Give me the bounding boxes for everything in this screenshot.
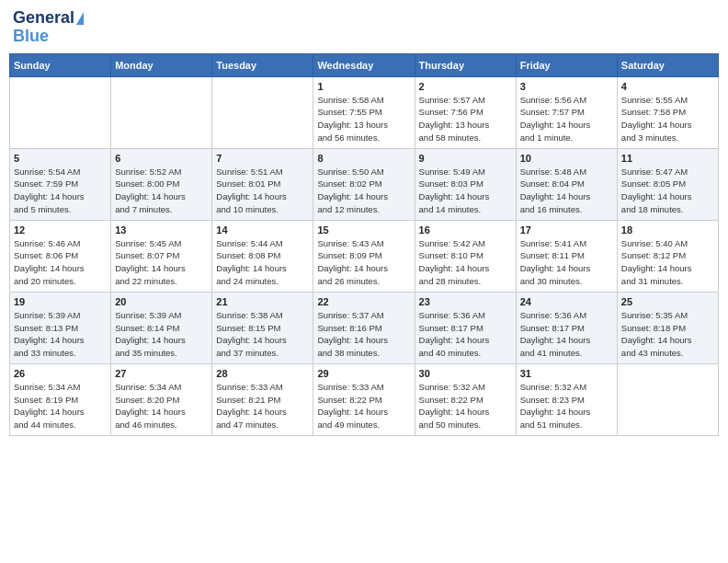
calendar-week-row: 1Sunrise: 5:58 AM Sunset: 7:55 PM Daylig… <box>10 76 719 148</box>
calendar-cell: 19Sunrise: 5:39 AM Sunset: 8:13 PM Dayli… <box>10 292 111 363</box>
calendar-week-row: 5Sunrise: 5:54 AM Sunset: 7:59 PM Daylig… <box>10 148 719 220</box>
day-info: Sunrise: 5:39 AM Sunset: 8:13 PM Dayligh… <box>14 309 107 360</box>
calendar-cell: 26Sunrise: 5:34 AM Sunset: 8:19 PM Dayli… <box>10 363 111 435</box>
logo-icon <box>76 12 84 25</box>
day-number: 28 <box>216 368 309 379</box>
day-info: Sunrise: 5:54 AM Sunset: 7:59 PM Dayligh… <box>14 166 107 216</box>
day-info: Sunrise: 5:55 AM Sunset: 7:58 PM Dayligh… <box>621 94 714 144</box>
calendar-cell: 10Sunrise: 5:48 AM Sunset: 8:04 PM Dayli… <box>516 148 617 220</box>
calendar-cell: 29Sunrise: 5:33 AM Sunset: 8:22 PM Dayli… <box>313 363 415 435</box>
day-info: Sunrise: 5:41 AM Sunset: 8:11 PM Dayligh… <box>520 237 613 288</box>
calendar-header-tuesday: Tuesday <box>212 53 313 76</box>
calendar-cell: 17Sunrise: 5:41 AM Sunset: 8:11 PM Dayli… <box>516 220 617 292</box>
day-number: 31 <box>520 368 613 379</box>
day-number: 6 <box>115 153 208 164</box>
calendar-week-row: 12Sunrise: 5:46 AM Sunset: 8:06 PM Dayli… <box>10 220 719 292</box>
day-info: Sunrise: 5:58 AM Sunset: 7:55 PM Dayligh… <box>317 94 410 144</box>
day-info: Sunrise: 5:35 AM Sunset: 8:18 PM Dayligh… <box>621 309 714 360</box>
day-number: 2 <box>419 81 512 92</box>
day-number: 23 <box>419 296 512 307</box>
day-info: Sunrise: 5:57 AM Sunset: 7:56 PM Dayligh… <box>419 94 512 144</box>
calendar-cell: 24Sunrise: 5:36 AM Sunset: 8:17 PM Dayli… <box>516 292 617 363</box>
day-number: 25 <box>621 296 714 307</box>
calendar-header-friday: Friday <box>516 53 617 76</box>
calendar-cell: 7Sunrise: 5:51 AM Sunset: 8:01 PM Daylig… <box>212 148 313 220</box>
day-number: 10 <box>520 153 613 164</box>
calendar-cell: 6Sunrise: 5:52 AM Sunset: 8:00 PM Daylig… <box>111 148 212 220</box>
day-number: 29 <box>317 368 410 379</box>
calendar-week-row: 26Sunrise: 5:34 AM Sunset: 8:19 PM Dayli… <box>10 363 719 435</box>
day-info: Sunrise: 5:36 AM Sunset: 8:17 PM Dayligh… <box>520 309 613 360</box>
day-number: 26 <box>14 368 107 379</box>
day-number: 3 <box>520 81 613 92</box>
day-number: 19 <box>14 296 107 307</box>
day-number: 13 <box>115 224 208 236</box>
day-number: 9 <box>419 153 512 164</box>
calendar-cell: 18Sunrise: 5:40 AM Sunset: 8:12 PM Dayli… <box>617 220 718 292</box>
day-number: 17 <box>520 224 613 236</box>
day-number: 15 <box>317 224 410 236</box>
calendar-cell: 28Sunrise: 5:33 AM Sunset: 8:21 PM Dayli… <box>212 363 313 435</box>
day-number: 30 <box>419 368 512 379</box>
day-number: 18 <box>621 224 714 236</box>
day-number: 1 <box>317 81 410 92</box>
day-info: Sunrise: 5:33 AM Sunset: 8:22 PM Dayligh… <box>317 381 410 431</box>
day-number: 16 <box>419 224 512 236</box>
day-info: Sunrise: 5:51 AM Sunset: 8:01 PM Dayligh… <box>216 166 309 216</box>
calendar-cell: 2Sunrise: 5:57 AM Sunset: 7:56 PM Daylig… <box>415 76 516 148</box>
day-info: Sunrise: 5:48 AM Sunset: 8:04 PM Dayligh… <box>520 166 613 216</box>
day-info: Sunrise: 5:34 AM Sunset: 8:20 PM Dayligh… <box>115 381 208 431</box>
calendar-header-monday: Monday <box>111 53 212 76</box>
calendar-header-thursday: Thursday <box>415 53 516 76</box>
calendar-cell <box>617 363 718 435</box>
calendar-cell: 23Sunrise: 5:36 AM Sunset: 8:17 PM Dayli… <box>415 292 516 363</box>
day-info: Sunrise: 5:32 AM Sunset: 8:23 PM Dayligh… <box>520 381 613 431</box>
calendar-cell <box>10 76 111 148</box>
day-number: 14 <box>216 224 309 236</box>
day-number: 22 <box>317 296 410 307</box>
calendar-cell: 31Sunrise: 5:32 AM Sunset: 8:23 PM Dayli… <box>516 363 617 435</box>
day-info: Sunrise: 5:32 AM Sunset: 8:22 PM Dayligh… <box>419 381 512 431</box>
day-info: Sunrise: 5:52 AM Sunset: 8:00 PM Dayligh… <box>115 166 208 216</box>
day-info: Sunrise: 5:34 AM Sunset: 8:19 PM Dayligh… <box>14 381 107 431</box>
calendar-cell: 11Sunrise: 5:47 AM Sunset: 8:05 PM Dayli… <box>617 148 718 220</box>
day-info: Sunrise: 5:43 AM Sunset: 8:09 PM Dayligh… <box>317 237 410 288</box>
calendar-header-saturday: Saturday <box>617 53 718 76</box>
day-info: Sunrise: 5:46 AM Sunset: 8:06 PM Dayligh… <box>14 237 107 288</box>
logo-text-general: General <box>13 9 74 28</box>
day-info: Sunrise: 5:40 AM Sunset: 8:12 PM Dayligh… <box>621 237 714 288</box>
day-info: Sunrise: 5:49 AM Sunset: 8:03 PM Dayligh… <box>419 166 512 216</box>
day-info: Sunrise: 5:39 AM Sunset: 8:14 PM Dayligh… <box>115 309 208 360</box>
calendar-cell: 8Sunrise: 5:50 AM Sunset: 8:02 PM Daylig… <box>313 148 415 220</box>
calendar-cell: 27Sunrise: 5:34 AM Sunset: 8:20 PM Dayli… <box>111 363 212 435</box>
day-number: 8 <box>317 153 410 164</box>
calendar-cell: 1Sunrise: 5:58 AM Sunset: 7:55 PM Daylig… <box>313 76 415 148</box>
calendar-cell: 21Sunrise: 5:38 AM Sunset: 8:15 PM Dayli… <box>212 292 313 363</box>
day-info: Sunrise: 5:47 AM Sunset: 8:05 PM Dayligh… <box>621 166 714 216</box>
day-number: 27 <box>115 368 208 379</box>
calendar-cell <box>111 76 212 148</box>
calendar-cell: 5Sunrise: 5:54 AM Sunset: 7:59 PM Daylig… <box>10 148 111 220</box>
logo: General Blue <box>13 9 84 46</box>
calendar-cell: 16Sunrise: 5:42 AM Sunset: 8:10 PM Dayli… <box>415 220 516 292</box>
day-number: 24 <box>520 296 613 307</box>
calendar-cell <box>212 76 313 148</box>
calendar-cell: 20Sunrise: 5:39 AM Sunset: 8:14 PM Dayli… <box>111 292 212 363</box>
calendar-cell: 30Sunrise: 5:32 AM Sunset: 8:22 PM Dayli… <box>415 363 516 435</box>
calendar-cell: 22Sunrise: 5:37 AM Sunset: 8:16 PM Dayli… <box>313 292 415 363</box>
calendar-cell: 4Sunrise: 5:55 AM Sunset: 7:58 PM Daylig… <box>617 76 718 148</box>
calendar-header-sunday: Sunday <box>10 53 111 76</box>
day-number: 20 <box>115 296 208 307</box>
calendar-cell: 13Sunrise: 5:45 AM Sunset: 8:07 PM Dayli… <box>111 220 212 292</box>
logo-text-blue: Blue <box>13 28 49 46</box>
day-number: 5 <box>14 153 107 164</box>
calendar-cell: 3Sunrise: 5:56 AM Sunset: 7:57 PM Daylig… <box>516 76 617 148</box>
day-number: 21 <box>216 296 309 307</box>
day-info: Sunrise: 5:56 AM Sunset: 7:57 PM Dayligh… <box>520 94 613 144</box>
calendar-header-row: SundayMondayTuesdayWednesdayThursdayFrid… <box>10 53 719 76</box>
calendar-header-wednesday: Wednesday <box>313 53 415 76</box>
day-info: Sunrise: 5:50 AM Sunset: 8:02 PM Dayligh… <box>317 166 410 216</box>
calendar-cell: 15Sunrise: 5:43 AM Sunset: 8:09 PM Dayli… <box>313 220 415 292</box>
day-info: Sunrise: 5:33 AM Sunset: 8:21 PM Dayligh… <box>216 381 309 431</box>
day-info: Sunrise: 5:37 AM Sunset: 8:16 PM Dayligh… <box>317 309 410 360</box>
